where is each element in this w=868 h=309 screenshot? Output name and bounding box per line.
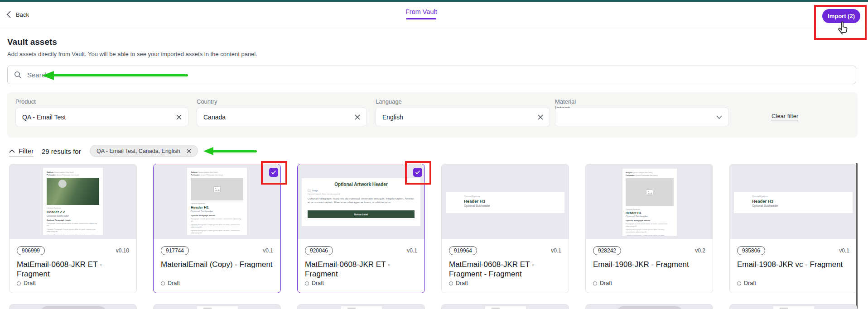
preview-subject-line: Preheader: (insert Preheader line here) [47,174,99,176]
material-intent-select[interactable] [555,108,729,126]
card-selected-checkbox[interactable] [413,168,422,177]
preview-subheader: Optional Subheader [464,204,564,207]
filter-toggle-label: Filter [19,147,34,155]
email-preview: Subject: (insert subject line here)Prehe… [187,168,247,235]
email-preview [773,306,814,309]
clear-product-icon[interactable] [176,114,182,120]
asset-card[interactable]: Subject: (insert subject line here)Prehe… [153,164,281,293]
card-body: 919964 v0.1 MatEmail-0608-JKR ET - Fragm… [442,239,569,293]
preview-paragraph: Optional Paragraph: Lorem ipsum dolor si… [191,223,243,228]
clear-language-icon[interactable] [538,114,543,120]
email-preview: Optional EyebrowHeader H3Optional Subhea… [734,192,853,213]
asset-card-partial[interactable] [9,304,137,309]
status-dot-icon [305,281,309,285]
annotation-arrow-chip [203,147,257,155]
asset-card-partial[interactable] [441,304,569,309]
preview-header: Header H1 [626,211,674,214]
preview-image-link: Image [308,189,415,192]
preview-paragraph: Optional Paragraph: Lorem ipsum dolor si… [626,228,674,233]
page-subtitle: Add assets directly from Vault. You will… [7,51,257,57]
language-select[interactable]: English [376,108,550,126]
asset-version: v0.10 [116,247,129,254]
card-thumbnail: Subject: (insert subject line here)Prehe… [586,164,713,239]
card-body: 917744 v0.1 MaterialEmail (Copy) - Fragm… [154,239,280,293]
email-preview: Optional EyebrowHeader H3Optional Subhea… [446,192,564,213]
search-input[interactable] [26,71,209,79]
active-filter-chip[interactable]: QA - Email Test, Canada, English [90,145,198,157]
asset-id-badge: 920046 [305,246,333,255]
card-thumbnail [154,304,280,309]
card-thumbnail [10,304,136,309]
asset-version: v0.1 [551,247,561,254]
image-placeholder-icon [213,186,221,192]
asset-card[interactable]: Optional Artwork HeaderImageOptional Cap… [297,164,425,293]
image-placeholder-icon [308,189,311,192]
status-dot-icon [737,281,741,285]
preview-caption: Optional Caption: Nunc nec dui euismod [308,193,415,195]
asset-card-partial[interactable] [297,304,425,309]
asset-id-badge: 928242 [593,246,621,255]
image-placeholder-icon [646,190,653,195]
status-dot-icon [593,281,597,285]
status-dot-icon [161,281,165,285]
asset-card[interactable]: Subject: (insert subject line here)Prehe… [585,164,713,293]
import-button[interactable]: Import (2) [822,9,860,23]
asset-title: MatEmail-0608-JKR ET - Fragment [305,260,417,279]
clear-country-icon[interactable] [355,114,360,120]
chip-remove-icon[interactable] [187,149,191,153]
card-body: 906999 v0.10 MatEmail-0608-JKR ET - Frag… [10,239,136,293]
results-count: 29 results for [42,147,81,155]
preview-paragraph: Optional Paragraph: Lorem ipsum dolor si… [191,229,243,234]
preview-eyebrow: Optional Eyebrow [47,207,99,209]
country-select[interactable]: Canada [197,108,367,126]
status-row: Draft [593,280,612,286]
preview-artwork-header: Optional Artwork Header [308,182,415,187]
status-row: Draft [17,280,36,286]
language-value: English [382,114,538,121]
vertical-scrollbar[interactable] [856,163,858,309]
email-preview [485,306,526,309]
card-thumbnail [442,304,569,309]
asset-version: v0.1 [407,247,417,254]
search-icon [14,71,22,79]
asset-title: Email-1908-JKR - Fragment [593,260,705,269]
asset-card[interactable]: Optional EyebrowHeader H3Optional Subhea… [441,164,569,293]
email-preview [341,306,382,309]
asset-version: v0.1 [263,247,273,254]
status-label: Draft [600,280,612,286]
country-value: Canada [203,114,355,121]
email-preview: Subject: (insert subject line here)Prehe… [43,168,103,235]
asset-card-partial[interactable] [729,304,857,309]
filter-panel: Product QA - Email Test Country Canada [7,92,858,138]
tab-from-vault-label: From Vault [405,8,437,15]
product-value: QA - Email Test [22,114,176,121]
asset-card-partial[interactable] [153,304,281,309]
status-dot-icon [17,281,21,285]
filter-label: Country [197,98,217,105]
tab-from-vault[interactable]: From Vault [405,8,437,19]
asset-card-partial[interactable] [585,304,713,309]
preview-header: Header H3 [464,199,564,204]
card-thumbnail [586,304,713,309]
card-selected-checkbox[interactable] [269,168,278,177]
preview-paragraph: Paragraph: Lorem ipsum dolor sit amet, c… [191,218,243,222]
asset-version: v0.2 [695,247,705,254]
preview-subject-line: Preheader: (insert Preheader line here) [191,174,243,176]
product-select[interactable]: QA - Email Test [15,108,188,126]
vault-assets-page: Back From Vault Import (2) Vault assets … [0,0,868,309]
asset-card[interactable]: Optional EyebrowHeader H3Optional Subhea… [729,164,857,293]
clear-filter-link[interactable]: Clear filter [772,113,798,120]
asset-card[interactable]: Subject: (insert subject line here)Prehe… [9,164,137,293]
asset-title: Email-1908-JKR vc - Fragment [737,260,849,269]
search-box[interactable] [7,66,856,84]
status-label: Draft [744,280,756,286]
filter-collapse-toggle[interactable]: Filter [9,147,34,157]
card-body: 920046 v0.1 MatEmail-0608-JKR ET - Fragm… [298,239,424,293]
status-dot-icon [449,281,453,285]
preview-photo [47,178,99,205]
preview-image-placeholder [191,178,243,200]
asset-id-badge: 919964 [449,246,477,255]
card-thumbnail: Subject: (insert subject line here)Prehe… [10,164,136,239]
back-button[interactable]: Back [7,11,29,18]
preview-subheader: Optional Subheader [752,204,853,207]
